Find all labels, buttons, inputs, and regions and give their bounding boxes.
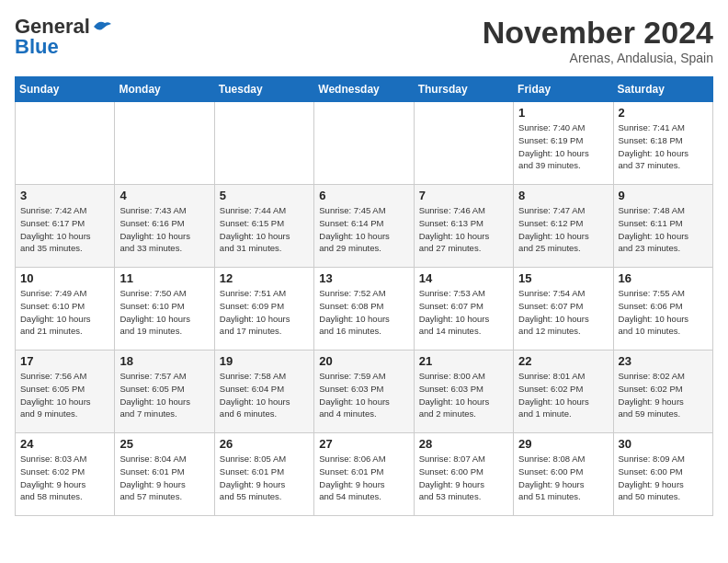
day-number: 15 [518,271,608,285]
day-cell: 5Sunrise: 7:44 AM Sunset: 6:15 PM Daylig… [214,185,313,268]
day-info: Sunrise: 8:00 AM Sunset: 6:03 PM Dayligh… [419,370,508,420]
day-cell [115,102,214,185]
day-number: 14 [419,271,508,285]
day-info: Sunrise: 7:47 AM Sunset: 6:12 PM Dayligh… [518,204,608,255]
day-number: 30 [619,437,708,451]
day-info: Sunrise: 7:59 AM Sunset: 6:03 PM Dayligh… [319,370,408,420]
day-cell: 22Sunrise: 8:01 AM Sunset: 6:02 PM Dayli… [514,350,613,433]
day-info: Sunrise: 7:57 AM Sunset: 6:05 PM Dayligh… [119,370,209,420]
day-cell [314,102,414,185]
day-info: Sunrise: 7:54 AM Sunset: 6:07 PM Dayligh… [518,287,608,338]
day-cell: 14Sunrise: 7:53 AM Sunset: 6:07 PM Dayli… [414,268,513,350]
title-area: November 2024 Arenas, Andalusia, Spain [483,15,713,65]
day-number: 28 [419,437,508,451]
day-info: Sunrise: 7:50 AM Sunset: 6:10 PM Dayligh… [119,287,209,338]
day-number: 3 [20,189,109,202]
day-cell: 6Sunrise: 7:45 AM Sunset: 6:14 PM Daylig… [314,185,414,268]
day-number: 27 [319,437,408,451]
day-info: Sunrise: 7:42 AM Sunset: 6:17 PM Dayligh… [20,204,109,255]
day-cell: 13Sunrise: 7:52 AM Sunset: 6:08 PM Dayli… [314,268,414,350]
day-number: 21 [419,354,508,368]
day-number: 7 [419,189,508,202]
day-info: Sunrise: 7:51 AM Sunset: 6:09 PM Dayligh… [220,287,309,338]
day-cell [16,102,115,185]
col-header-thursday: Thursday [414,77,513,102]
day-number: 19 [220,354,309,368]
day-info: Sunrise: 8:02 AM Sunset: 6:02 PM Dayligh… [619,370,708,420]
day-number: 24 [20,437,109,451]
day-cell: 8Sunrise: 7:47 AM Sunset: 6:12 PM Daylig… [514,185,613,268]
day-cell: 11Sunrise: 7:50 AM Sunset: 6:10 PM Dayli… [115,268,214,350]
day-info: Sunrise: 7:48 AM Sunset: 6:11 PM Dayligh… [619,204,708,255]
day-cell: 4Sunrise: 7:43 AM Sunset: 6:16 PM Daylig… [115,185,214,268]
day-info: Sunrise: 8:08 AM Sunset: 6:00 PM Dayligh… [518,453,608,503]
day-info: Sunrise: 8:06 AM Sunset: 6:01 PM Dayligh… [319,453,408,503]
day-number: 20 [319,354,408,368]
day-number: 17 [20,354,109,368]
week-row-3: 10Sunrise: 7:49 AM Sunset: 6:10 PM Dayli… [16,268,713,350]
day-number: 23 [619,354,708,368]
week-row-4: 17Sunrise: 7:56 AM Sunset: 6:05 PM Dayli… [16,350,713,433]
day-number: 2 [619,106,708,120]
day-number: 5 [220,189,309,202]
day-cell: 21Sunrise: 8:00 AM Sunset: 6:03 PM Dayli… [414,350,513,433]
day-number: 13 [319,271,408,285]
week-row-1: 1Sunrise: 7:40 AM Sunset: 6:19 PM Daylig… [16,102,713,185]
day-cell: 1Sunrise: 7:40 AM Sunset: 6:19 PM Daylig… [514,102,613,185]
day-cell [414,102,513,185]
day-cell: 26Sunrise: 8:05 AM Sunset: 6:01 PM Dayli… [214,433,313,516]
day-number: 1 [518,106,608,120]
day-info: Sunrise: 7:56 AM Sunset: 6:05 PM Dayligh… [20,370,109,420]
col-header-sunday: Sunday [16,77,115,102]
col-header-tuesday: Tuesday [214,77,313,102]
day-cell: 29Sunrise: 8:08 AM Sunset: 6:00 PM Dayli… [514,433,613,516]
calendar-table: SundayMondayTuesdayWednesdayThursdayFrid… [15,76,713,516]
day-number: 12 [220,271,309,285]
day-number: 18 [119,354,209,368]
day-number: 6 [319,189,408,202]
logo-bird-icon [92,19,112,34]
day-cell: 9Sunrise: 7:48 AM Sunset: 6:11 PM Daylig… [613,185,712,268]
day-number: 29 [518,437,608,451]
col-header-saturday: Saturday [613,77,712,102]
day-number: 9 [619,189,708,202]
day-number: 8 [518,189,608,202]
location-subtitle: Arenas, Andalusia, Spain [483,51,713,65]
day-info: Sunrise: 7:40 AM Sunset: 6:19 PM Dayligh… [518,121,608,172]
day-cell: 28Sunrise: 8:07 AM Sunset: 6:00 PM Dayli… [414,433,513,516]
day-cell: 16Sunrise: 7:55 AM Sunset: 6:06 PM Dayli… [613,268,712,350]
col-header-wednesday: Wednesday [314,77,414,102]
day-cell: 12Sunrise: 7:51 AM Sunset: 6:09 PM Dayli… [214,268,313,350]
calendar-body: 1Sunrise: 7:40 AM Sunset: 6:19 PM Daylig… [16,102,713,516]
day-number: 16 [619,271,708,285]
day-info: Sunrise: 7:53 AM Sunset: 6:07 PM Dayligh… [419,287,508,338]
day-cell: 24Sunrise: 8:03 AM Sunset: 6:02 PM Dayli… [16,433,115,516]
day-cell: 2Sunrise: 7:41 AM Sunset: 6:18 PM Daylig… [613,102,712,185]
day-info: Sunrise: 8:09 AM Sunset: 6:00 PM Dayligh… [619,453,708,503]
day-number: 22 [518,354,608,368]
day-cell: 3Sunrise: 7:42 AM Sunset: 6:17 PM Daylig… [16,185,115,268]
day-cell: 23Sunrise: 8:02 AM Sunset: 6:02 PM Dayli… [613,350,712,433]
day-cell: 30Sunrise: 8:09 AM Sunset: 6:00 PM Dayli… [613,433,712,516]
day-info: Sunrise: 7:55 AM Sunset: 6:06 PM Dayligh… [619,287,708,338]
month-title: November 2024 [483,15,713,51]
day-info: Sunrise: 7:49 AM Sunset: 6:10 PM Dayligh… [20,287,109,338]
day-info: Sunrise: 7:41 AM Sunset: 6:18 PM Dayligh… [619,121,708,172]
day-number: 25 [119,437,209,451]
day-cell: 10Sunrise: 7:49 AM Sunset: 6:10 PM Dayli… [16,268,115,350]
calendar-header-row: SundayMondayTuesdayWednesdayThursdayFrid… [16,77,713,102]
day-number: 26 [220,437,309,451]
day-info: Sunrise: 8:04 AM Sunset: 6:01 PM Dayligh… [119,453,209,503]
day-info: Sunrise: 8:01 AM Sunset: 6:02 PM Dayligh… [518,370,608,420]
day-number: 11 [119,271,209,285]
day-cell: 18Sunrise: 7:57 AM Sunset: 6:05 PM Dayli… [115,350,214,433]
week-row-5: 24Sunrise: 8:03 AM Sunset: 6:02 PM Dayli… [16,433,713,516]
day-cell: 27Sunrise: 8:06 AM Sunset: 6:01 PM Dayli… [314,433,414,516]
day-number: 10 [20,271,109,285]
day-number: 4 [119,189,209,202]
logo-blue: Blue [15,35,59,59]
day-info: Sunrise: 7:43 AM Sunset: 6:16 PM Dayligh… [119,204,209,255]
day-info: Sunrise: 8:03 AM Sunset: 6:02 PM Dayligh… [20,453,109,503]
week-row-2: 3Sunrise: 7:42 AM Sunset: 6:17 PM Daylig… [16,185,713,268]
day-cell: 19Sunrise: 7:58 AM Sunset: 6:04 PM Dayli… [214,350,313,433]
